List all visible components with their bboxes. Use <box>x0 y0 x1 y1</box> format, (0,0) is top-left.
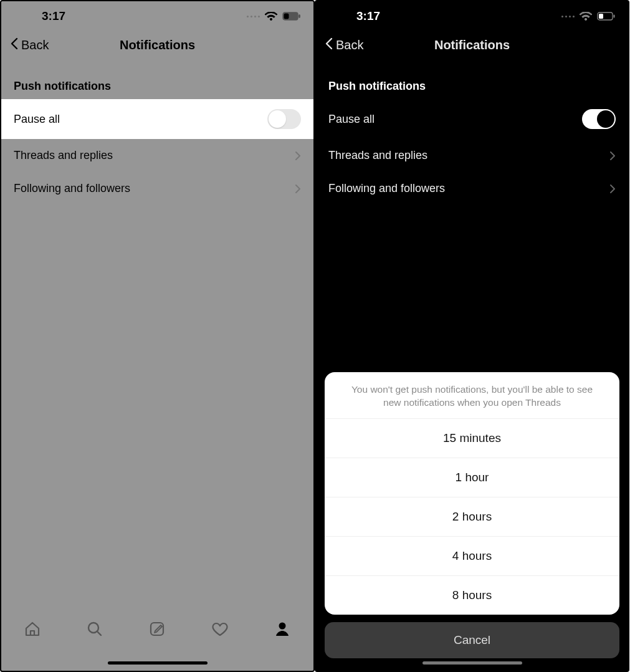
chevron-right-icon <box>295 151 301 161</box>
cellular-dots-icon <box>247 16 260 17</box>
pause-all-row[interactable]: Pause all <box>316 99 628 139</box>
chevron-left-icon <box>10 37 19 53</box>
svg-point-5 <box>279 623 285 630</box>
option-8-hours[interactable]: 8 hours <box>325 576 619 615</box>
battery-icon <box>597 12 616 21</box>
following-followers-row[interactable]: Following and followers <box>316 172 628 205</box>
status-bar: 3:17 <box>1 1 313 31</box>
option-4-hours[interactable]: 4 hours <box>325 537 619 576</box>
tab-compose[interactable] <box>148 620 166 638</box>
pause-all-row[interactable]: Pause all <box>0 99 315 139</box>
wifi-icon <box>265 12 277 21</box>
back-button[interactable]: Back <box>10 37 49 53</box>
action-sheet: You won't get push notifications, but yo… <box>325 372 619 658</box>
tab-search[interactable] <box>85 620 104 638</box>
home-indicator <box>422 661 522 665</box>
status-icons <box>561 12 616 21</box>
svg-rect-8 <box>614 15 615 18</box>
chevron-right-icon <box>295 184 301 194</box>
tab-home[interactable] <box>23 620 42 638</box>
threads-replies-row[interactable]: Threads and replies <box>1 139 313 172</box>
tab-activity[interactable] <box>211 620 229 638</box>
pause-all-label: Pause all <box>14 113 60 126</box>
chevron-left-icon <box>325 37 333 53</box>
pause-all-toggle[interactable] <box>267 109 301 129</box>
status-time: 3:17 <box>14 9 65 23</box>
following-followers-row[interactable]: Following and followers <box>1 172 313 205</box>
back-label: Back <box>21 38 49 52</box>
push-notifications-header: Push notifications <box>316 59 628 99</box>
push-notifications-header: Push notifications <box>1 59 313 99</box>
tab-profile[interactable] <box>273 620 292 638</box>
cancel-button[interactable]: Cancel <box>325 622 619 658</box>
status-time: 3:17 <box>328 9 380 23</box>
following-followers-label: Following and followers <box>14 182 130 195</box>
action-sheet-message: You won't get push notifications, but yo… <box>325 372 619 419</box>
wifi-icon <box>580 12 592 21</box>
following-followers-label: Following and followers <box>328 182 445 195</box>
chevron-right-icon <box>609 151 616 161</box>
option-2-hours[interactable]: 2 hours <box>325 497 619 537</box>
battery-icon <box>282 12 301 21</box>
left-phone: 3:17 Back Notifications Push notificatio… <box>0 0 315 672</box>
home-indicator <box>108 661 208 665</box>
nav-bar: Back Notifications <box>1 31 313 59</box>
chevron-right-icon <box>609 184 616 194</box>
back-button[interactable]: Back <box>325 37 363 53</box>
right-phone: 3:17 Back Notifications Push notificatio… <box>315 0 629 672</box>
svg-rect-1 <box>284 14 289 19</box>
option-15-minutes[interactable]: 15 minutes <box>325 419 619 458</box>
status-icons <box>247 12 301 21</box>
pause-all-label: Pause all <box>328 113 375 126</box>
svg-rect-2 <box>299 15 300 18</box>
back-label: Back <box>336 38 363 52</box>
threads-replies-label: Threads and replies <box>328 149 427 162</box>
threads-replies-label: Threads and replies <box>14 149 113 162</box>
cellular-dots-icon <box>561 16 575 17</box>
threads-replies-row[interactable]: Threads and replies <box>316 139 628 172</box>
option-1-hour[interactable]: 1 hour <box>325 458 619 497</box>
nav-bar: Back Notifications <box>316 31 628 59</box>
svg-rect-7 <box>599 14 603 19</box>
pause-all-toggle[interactable] <box>582 109 616 129</box>
status-bar: 3:17 <box>316 1 628 31</box>
